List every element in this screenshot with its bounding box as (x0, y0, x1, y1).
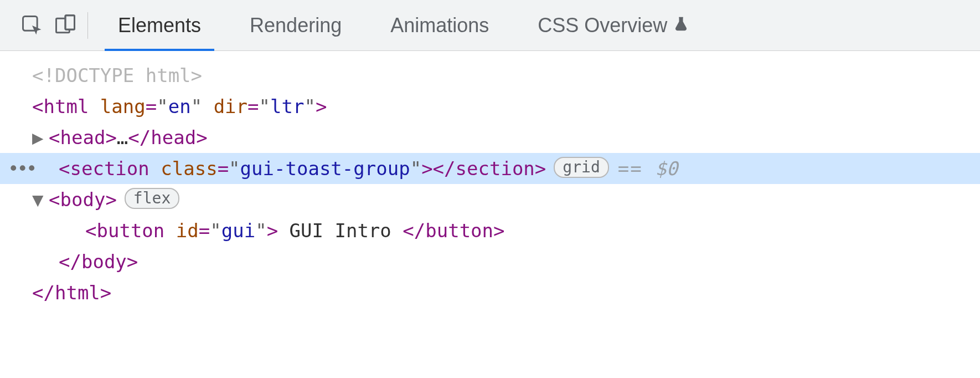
dom-html-close[interactable]: </html> (0, 277, 980, 308)
dom-body-open[interactable]: ▼ <body> flex (0, 184, 980, 215)
attr-value: ltr (270, 91, 304, 122)
toolbar-divider (87, 12, 88, 39)
tab-css-overview[interactable]: CSS Overview (538, 0, 689, 50)
dom-head[interactable]: ▶ <head>…</head> (0, 122, 980, 153)
button-text: GUI Intro (278, 215, 403, 246)
layout-badge-flex[interactable]: flex (125, 188, 179, 209)
tag-open: <html (32, 91, 89, 122)
attr-value: en (168, 91, 191, 122)
attr-name: dir (214, 91, 247, 122)
tab-elements[interactable]: Elements (118, 0, 201, 50)
dom-html-open[interactable]: <html lang="en" dir="ltr" > (0, 91, 980, 122)
tab-label: Rendering (250, 14, 342, 37)
dom-button[interactable]: <button id="gui" > GUI Intro </button> (0, 215, 980, 246)
more-icon[interactable]: ••• (8, 153, 35, 184)
doctype-text: <!DOCTYPE html> (32, 60, 202, 91)
collapse-icon[interactable]: ▼ (32, 184, 47, 215)
attr-name: class (161, 153, 217, 184)
tab-label: Animations (390, 14, 489, 37)
devtools-toolbar: Elements Rendering Animations CSS Overvi… (0, 0, 980, 51)
tab-rendering[interactable]: Rendering (250, 0, 342, 50)
svg-rect-2 (65, 15, 75, 29)
inspect-icon[interactable] (16, 9, 49, 42)
dom-section-selected[interactable]: ••• <section class="gui-toast-group" ></… (0, 153, 980, 184)
tab-animations[interactable]: Animations (390, 0, 489, 50)
flask-icon (673, 14, 689, 37)
dom-doctype[interactable]: <!DOCTYPE html> (0, 60, 980, 91)
elements-tree[interactable]: <!DOCTYPE html> <html lang="en" dir="ltr… (0, 51, 980, 308)
dom-body-close[interactable]: </body> (0, 246, 980, 277)
ellipsis: … (117, 122, 128, 153)
tab-label: Elements (118, 14, 201, 37)
attr-name: lang (100, 91, 146, 122)
console-ref: == $0 (618, 153, 678, 184)
attr-value: gui (221, 215, 255, 246)
tab-label: CSS Overview (538, 14, 667, 37)
attr-value: gui-toast-group (240, 153, 410, 184)
expand-icon[interactable]: ▶ (32, 122, 47, 153)
panel-tabs: Elements Rendering Animations CSS Overvi… (98, 0, 689, 50)
attr-name: id (176, 215, 199, 246)
layout-badge-grid[interactable]: grid (554, 157, 608, 178)
device-toggle-icon[interactable] (49, 9, 82, 42)
